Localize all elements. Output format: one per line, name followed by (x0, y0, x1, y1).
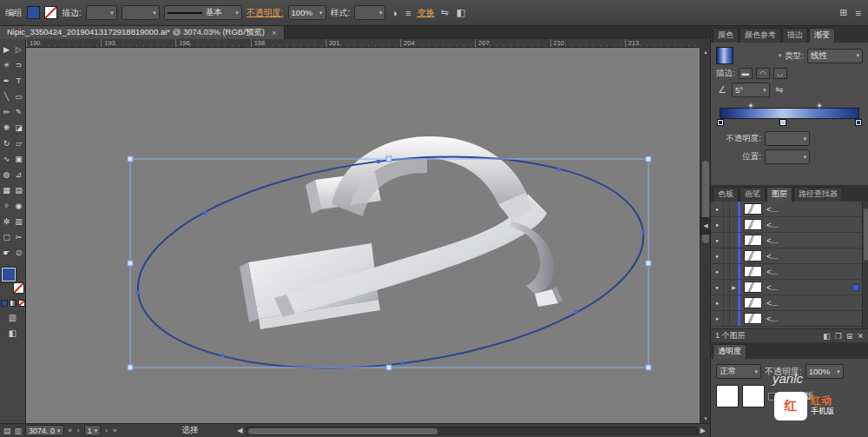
tab-pathfinder[interactable]: 路径查找器 (793, 187, 843, 202)
panel-menu-icon[interactable]: ≡ (854, 8, 863, 18)
eyedropper-tool[interactable]: ✧ (1, 198, 13, 214)
anchor-points[interactable] (136, 160, 645, 365)
gradient-type-select[interactable]: 线性▾ (807, 49, 863, 63)
align-menu-icon[interactable]: ≡ (404, 8, 412, 18)
lock-column[interactable] (724, 264, 730, 279)
style-select[interactable]: ▾ (354, 5, 385, 20)
status-grid-icon[interactable]: ▤ (3, 427, 11, 435)
mask-thumbnail[interactable] (742, 385, 765, 407)
tab-color-guide[interactable]: 颜色参考 (740, 28, 781, 43)
gradient-opacity-field[interactable]: ▾ (765, 131, 810, 146)
rotate-tool[interactable]: ↻ (1, 136, 13, 151)
perspective-grid-tool[interactable]: ⊿ (13, 167, 25, 182)
layer-row[interactable]: ●<... (711, 248, 868, 264)
gradient-stop[interactable] (779, 119, 786, 126)
gradient-slider[interactable] (720, 108, 859, 119)
reverse-gradient-icon[interactable]: ⇋ (773, 84, 785, 96)
scroll-left-icon[interactable]: ◀ (236, 427, 243, 434)
scale-tool[interactable]: ▱ (13, 136, 25, 151)
previous-artboard-icon[interactable]: ‹ (76, 427, 81, 434)
gradient-button[interactable] (10, 300, 16, 307)
stroke-color-swatch[interactable] (44, 6, 57, 19)
tab-stroke[interactable]: 描边 (782, 28, 808, 43)
pencil-tool[interactable]: ✎ (13, 104, 25, 120)
visibility-eye-icon[interactable]: ● (711, 295, 724, 310)
layer-name[interactable]: <... (766, 204, 859, 214)
lock-column[interactable] (724, 248, 730, 263)
hand-tool[interactable]: ☛ (1, 245, 13, 261)
artboard-number-field[interactable]: 1▾ (84, 425, 102, 436)
column-graph-tool[interactable]: ▥ (13, 214, 25, 229)
tab-gradient[interactable]: 渐变 (809, 28, 835, 43)
rectangle-tool[interactable]: ▭ (13, 89, 25, 104)
visibility-eye-icon[interactable]: ● (711, 217, 724, 232)
paintbrush-tool[interactable]: ✏ (1, 104, 13, 120)
make-clipping-mask-icon[interactable]: ◧ (823, 332, 831, 341)
opacity-field[interactable]: 100%▾ (288, 5, 326, 20)
dropdown-arrow-icon[interactable]: ▾ (776, 52, 782, 59)
lock-column[interactable] (724, 311, 730, 326)
tab-color[interactable]: 颜色 (713, 28, 739, 43)
zoom-level-field[interactable]: 3074. 0▾ (25, 425, 64, 436)
brush-definition-select[interactable]: 基本▾ (164, 5, 242, 20)
blend-mode-select[interactable]: 正常▾ (716, 364, 761, 379)
canvas[interactable] (26, 48, 700, 423)
horizontal-scroll-track[interactable] (246, 427, 698, 435)
selection-tool[interactable]: ▶ (1, 42, 13, 57)
layer-row[interactable]: ●<... (711, 202, 868, 217)
layer-row[interactable]: ●<... (711, 264, 868, 280)
layer-name[interactable]: <... (766, 267, 859, 276)
new-layer-icon[interactable]: ⊞ (846, 332, 853, 341)
layer-name[interactable]: <... (766, 282, 852, 292)
lock-column[interactable] (724, 295, 730, 310)
gradient-angle-field[interactable]: 5°▾ (732, 83, 770, 97)
gradient-swatch[interactable] (716, 47, 733, 64)
visibility-eye-icon[interactable]: ● (711, 311, 724, 326)
color-button[interactable] (1, 300, 8, 307)
magic-wand-tool[interactable]: ✳ (1, 57, 13, 73)
tab-layers[interactable]: 图层 (766, 187, 792, 202)
mesh-tool[interactable]: ▦ (1, 182, 13, 198)
fill-color-well[interactable] (2, 268, 16, 281)
gradient-stop[interactable] (855, 119, 862, 126)
layer-row[interactable]: ●<... (711, 217, 868, 233)
eraser-tool[interactable]: ◪ (13, 120, 25, 136)
lock-column[interactable] (724, 217, 730, 232)
screen-mode-button[interactable]: ◧ (9, 328, 16, 338)
tab-transparency[interactable]: 透明度 (713, 344, 746, 359)
last-artboard-icon[interactable]: » (112, 427, 117, 434)
zoom-tool[interactable]: ⊙ (13, 245, 25, 261)
horizontal-scrollbar[interactable]: ◀ ▶ (236, 427, 707, 435)
gradient-midpoint-handle[interactable] (817, 103, 823, 109)
layer-row[interactable]: ●<... (711, 233, 868, 248)
first-artboard-icon[interactable]: « (68, 427, 73, 434)
flip-icon[interactable]: ⇋ (438, 7, 450, 18)
stroke-gradient-across-button[interactable]: ◡ (773, 68, 787, 79)
lock-column[interactable] (724, 280, 730, 295)
direct-selection-tool[interactable]: ▷ (13, 42, 25, 57)
drawing-mode-button[interactable]: ▥ (9, 313, 16, 322)
stroke-gradient-along-button[interactable]: ◠ (756, 68, 770, 79)
recolor-artwork-icon[interactable]: ◑ (390, 8, 399, 18)
next-artboard-icon[interactable]: › (104, 427, 108, 434)
delete-layer-icon[interactable]: ✕ (857, 332, 864, 341)
none-button[interactable] (18, 300, 25, 307)
pen-tool[interactable]: ✒ (1, 73, 13, 89)
expand-arrow-icon[interactable]: ▶ (730, 284, 738, 290)
type-tool[interactable]: T (13, 73, 25, 89)
scroll-right-icon[interactable]: ▶ (700, 427, 707, 434)
stroke-color-well[interactable] (13, 282, 24, 294)
status-grid-icon-2[interactable]: ▥ (15, 427, 23, 435)
visibility-eye-icon[interactable]: ● (711, 202, 724, 216)
layer-name[interactable]: <... (766, 235, 859, 245)
blob-brush-tool[interactable]: ❋ (1, 120, 13, 136)
lock-column[interactable] (724, 202, 730, 216)
slice-tool[interactable]: ✂ (13, 229, 25, 245)
gradient-midpoint-handle[interactable] (747, 103, 753, 109)
sole-shape[interactable] (240, 136, 562, 329)
gradient-location-field[interactable]: ▾ (765, 149, 810, 164)
layer-name[interactable]: <... (766, 314, 859, 323)
lasso-tool[interactable]: ⊃ (13, 57, 25, 73)
layers-scrollbar[interactable] (862, 202, 868, 328)
visibility-eye-icon[interactable]: ● (711, 233, 724, 248)
